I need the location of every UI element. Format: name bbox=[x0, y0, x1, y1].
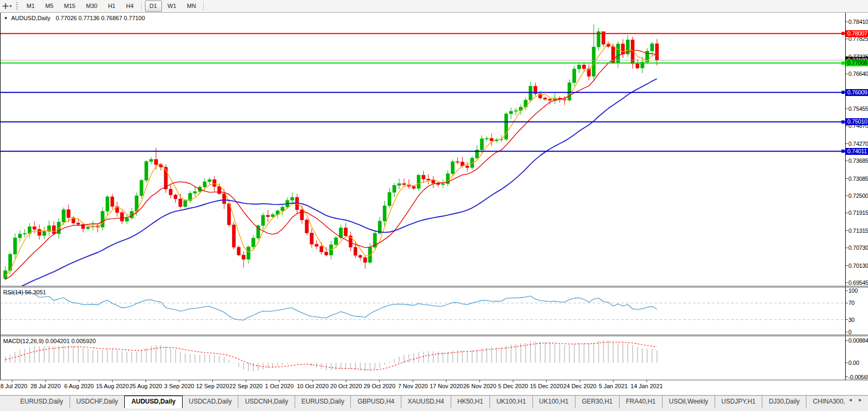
chart-tab-ger30-h1[interactable]: GER30,H1 bbox=[575, 396, 619, 408]
chart-tabs: EURUSD,DailyUSDCHF,DailyAUDUSD,DailyUSDC… bbox=[0, 396, 845, 408]
chart-tab-usdjpy-h1[interactable]: USDJPY,H1 bbox=[715, 396, 762, 408]
toolbar-grip[interactable] bbox=[16, 2, 18, 11]
tab-scroll-left-icon[interactable]: ◄ bbox=[848, 397, 853, 403]
toolbar-separator bbox=[203, 2, 204, 11]
chart-tab-china300-h1[interactable]: CHINA300,H1 bbox=[806, 396, 845, 408]
timeframe-toolbar: ▾ M1M5M15M30H1H4D1W1MN bbox=[0, 0, 868, 13]
chart-tab-hk50-h1[interactable]: HK50,H1 bbox=[451, 396, 490, 408]
tab-scroll-right-icon[interactable]: ► bbox=[858, 397, 863, 403]
timeframe-button-m1[interactable]: M1 bbox=[22, 1, 39, 12]
timeframe-button-h1[interactable]: H1 bbox=[103, 1, 120, 12]
chart-tab-fra40-h1[interactable]: FRA40,H1 bbox=[619, 396, 662, 408]
chart-tab-usdchf-daily[interactable]: USDCHF,Daily bbox=[70, 396, 125, 408]
chart-tab-usdcnh-daily[interactable]: USDCNH,Daily bbox=[238, 396, 294, 408]
timeframe-button-m30[interactable]: M30 bbox=[81, 1, 102, 12]
timeframe-button-w1[interactable]: W1 bbox=[163, 1, 182, 12]
tab-scroll-arrows: ◄ ► bbox=[845, 396, 868, 403]
chart-canvas[interactable] bbox=[0, 0, 868, 411]
chart-tab-eurusd-daily[interactable]: EURUSD,Daily bbox=[295, 396, 351, 408]
timeframe-button-mn[interactable]: MN bbox=[182, 1, 201, 12]
timeframe-button-h4[interactable]: H4 bbox=[121, 1, 138, 12]
chart-tab-gbpusd-h4[interactable]: GBPUSD,H4 bbox=[350, 396, 400, 408]
crosshair-tool-icon[interactable]: ▾ bbox=[1, 2, 13, 10]
chart-tab-uk100-h1[interactable]: UK100,H1 bbox=[532, 396, 575, 408]
timeframe-button-m5[interactable]: M5 bbox=[40, 1, 58, 12]
crosshair-glyph bbox=[2, 3, 9, 10]
chart-tab-bar: EURUSD,DailyUSDCHF,DailyAUDUSD,DailyUSDC… bbox=[0, 395, 868, 411]
chart-tab-usdcad-daily[interactable]: USDCAD,Daily bbox=[183, 396, 238, 408]
timeframe-buttons: M1M5M15M30H1H4D1W1MN bbox=[21, 0, 207, 12]
chart-tab-xauusd-h4[interactable]: XAUUSD,H4 bbox=[401, 396, 451, 408]
chart-tab-usoil-weekly[interactable]: USOil,Weekly bbox=[662, 396, 715, 408]
dropdown-arrow-icon[interactable]: ▾ bbox=[10, 4, 12, 8]
toolbar-separator bbox=[141, 2, 142, 11]
chart-tab-audusd-daily[interactable]: AUDUSD,Daily bbox=[124, 396, 182, 408]
timeframe-button-d1[interactable]: D1 bbox=[145, 1, 162, 12]
chart-tab-dj30-daily[interactable]: DJ30,Daily bbox=[762, 396, 806, 408]
timeframe-button-m15[interactable]: M15 bbox=[59, 1, 80, 12]
mt4-window: ▾ M1M5M15M30H1H4D1W1MN ▼ AUDUSD,Daily 0.… bbox=[0, 0, 868, 411]
chart-tab-uk100-h1[interactable]: UK100,H1 bbox=[489, 396, 532, 408]
chart-tab-eurusd-daily[interactable]: EURUSD,Daily bbox=[14, 396, 70, 408]
